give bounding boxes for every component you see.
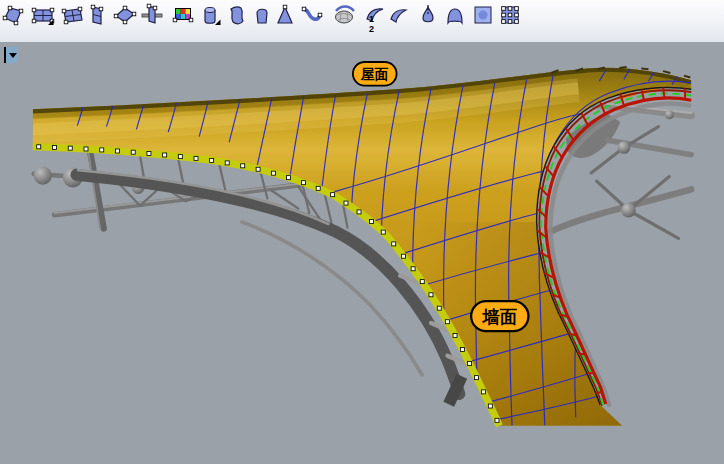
control-point[interactable] xyxy=(316,186,320,190)
ribbon-icon[interactable] xyxy=(300,3,324,27)
plane-3-points-icon[interactable] xyxy=(60,3,84,27)
rectangular-plane-icon[interactable] xyxy=(31,3,55,27)
control-point[interactable] xyxy=(331,193,335,197)
control-point[interactable] xyxy=(402,254,406,258)
control-point[interactable] xyxy=(100,148,104,152)
extrude-along-curve-icon[interactable] xyxy=(225,3,249,27)
surface-3-points-icon[interactable] xyxy=(1,3,25,27)
ball-joint xyxy=(665,110,674,119)
control-point[interactable] xyxy=(271,171,275,175)
wall-label[interactable]: 墙面 xyxy=(471,301,528,331)
surface-toolbar: 1 2 xyxy=(0,0,724,43)
control-point[interactable] xyxy=(147,152,151,156)
control-point[interactable] xyxy=(52,145,56,149)
counterweight-ball xyxy=(34,167,52,185)
control-point[interactable] xyxy=(468,361,472,365)
extrude-straight-icon[interactable] xyxy=(198,3,222,27)
control-point[interactable] xyxy=(411,267,415,271)
roof-label[interactable]: 屋面 xyxy=(353,62,397,86)
control-point[interactable] xyxy=(210,158,214,162)
control-point[interactable] xyxy=(445,320,449,324)
rail-revolve-icon[interactable] xyxy=(416,3,440,27)
sweep-1-rail-icon[interactable] xyxy=(386,3,410,27)
flyout-arrow-icon xyxy=(9,53,17,58)
control-point[interactable] xyxy=(256,167,260,171)
control-point[interactable] xyxy=(357,210,361,214)
control-point[interactable] xyxy=(495,418,499,422)
control-point[interactable] xyxy=(115,149,119,153)
ball-joint xyxy=(618,141,631,154)
control-point[interactable] xyxy=(131,150,135,154)
control-point[interactable] xyxy=(453,334,457,338)
facade-mullion xyxy=(578,353,586,354)
drape-icon[interactable] xyxy=(443,3,467,27)
scene-canvas[interactable]: 屋面 墙面 xyxy=(0,42,724,464)
control-point[interactable] xyxy=(460,347,464,351)
wall-label-text: 墙面 xyxy=(482,307,518,327)
control-point[interactable] xyxy=(475,376,479,380)
control-point[interactable] xyxy=(381,230,385,234)
control-point[interactable] xyxy=(301,181,305,185)
cutting-plane-icon[interactable] xyxy=(113,3,137,27)
surface-from-network-icon[interactable] xyxy=(333,3,357,27)
heightfield-icon[interactable] xyxy=(471,3,495,27)
control-point[interactable] xyxy=(225,161,229,165)
control-point[interactable] xyxy=(37,145,41,149)
3d-viewport[interactable]: 屋面 墙面 xyxy=(0,42,724,464)
toolbar-flyout-button[interactable] xyxy=(4,47,18,63)
ball-joint xyxy=(621,203,636,218)
control-point[interactable] xyxy=(420,280,424,284)
control-point[interactable] xyxy=(429,293,433,297)
facade-mullion xyxy=(596,392,602,393)
extrude-tapered-icon[interactable] xyxy=(250,3,274,27)
picture-frame-icon[interactable] xyxy=(171,3,195,27)
control-point[interactable] xyxy=(163,153,167,157)
control-point[interactable] xyxy=(370,220,374,224)
control-point[interactable] xyxy=(194,156,198,160)
control-point[interactable] xyxy=(68,146,72,150)
vertical-plane-icon[interactable] xyxy=(85,3,109,27)
extrude-to-point-icon[interactable] xyxy=(273,3,297,27)
control-point[interactable] xyxy=(84,147,88,151)
sweep-2-rails-icon[interactable]: 1 2 xyxy=(363,3,387,27)
control-point[interactable] xyxy=(488,404,492,408)
clipping-plane-icon[interactable] xyxy=(140,3,164,27)
control-point[interactable] xyxy=(392,242,396,246)
control-point[interactable] xyxy=(178,155,182,159)
cad-application-window: 1 2 xyxy=(0,0,724,464)
control-point[interactable] xyxy=(344,201,348,205)
roof-label-text: 屋面 xyxy=(360,67,389,82)
facade-mullion xyxy=(663,88,664,99)
control-point[interactable] xyxy=(437,306,441,310)
control-point[interactable] xyxy=(287,176,291,180)
control-point[interactable] xyxy=(481,390,485,394)
control-point[interactable] xyxy=(241,164,245,168)
surface-point-grid-icon[interactable] xyxy=(498,3,522,27)
